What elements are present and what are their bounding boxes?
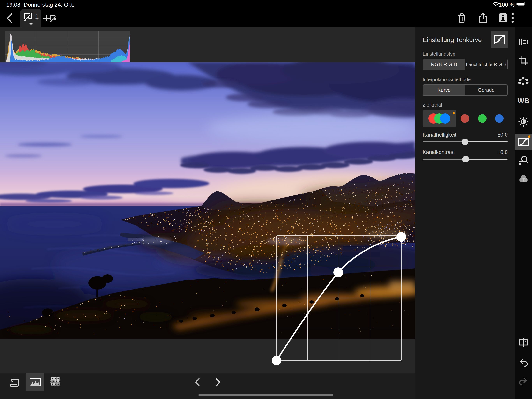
- svg-text:*: *: [525, 340, 526, 344]
